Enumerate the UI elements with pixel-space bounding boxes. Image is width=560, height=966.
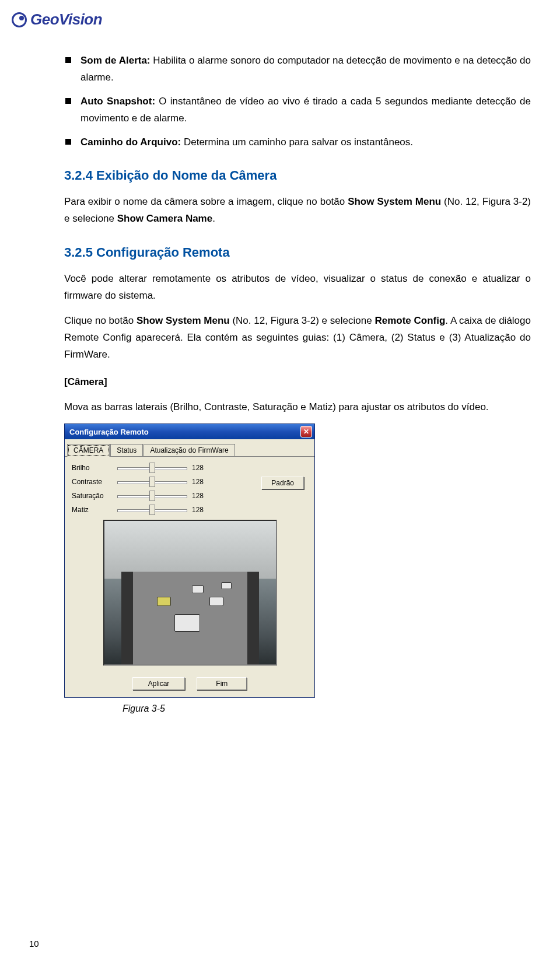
tab-panel-camera: Brilho 128 Contraste 128 Saturação 128 M…	[65, 457, 314, 671]
dialog-title: Configuração Remoto	[69, 428, 149, 436]
section-heading-325: 3.2.5 Configuração Remota	[64, 245, 531, 260]
list-item: Auto Snapshot: O instantâneo de vídeo ao…	[64, 93, 531, 127]
section-heading-324: 3.2.4 Exibição do Nome da Câmera	[64, 168, 531, 183]
list-item: Caminho do Arquivo: Determina um caminho…	[64, 134, 531, 151]
bold-text: Show System Menu	[348, 196, 441, 207]
brand-logo: GeoVision	[12, 10, 102, 29]
slider-value: 128	[192, 506, 208, 514]
bold-text: Remote Config	[374, 315, 445, 326]
slider-thumb[interactable]	[149, 505, 155, 515]
paragraph: Mova as barras laterais (Brilho, Contras…	[64, 399, 531, 416]
slider-value: 128	[192, 464, 208, 472]
slider-label: Matiz	[72, 506, 113, 514]
slider-label: Brilho	[72, 464, 113, 472]
logo-text: GeoVision	[30, 10, 102, 29]
tab-firmware[interactable]: Atualização do FirmWare	[144, 444, 235, 456]
aplicar-button[interactable]: Aplicar	[132, 677, 186, 690]
slider-label: Contraste	[72, 478, 113, 486]
bold-text: Show System Menu	[136, 315, 230, 326]
slider-thumb[interactable]	[149, 477, 155, 487]
logo-mark	[12, 12, 27, 27]
text-run: Para exibir o nome da câmera sobre a ima…	[64, 196, 348, 207]
slider-brilho: Brilho 128	[72, 463, 309, 473]
tab-strip: CÂMERA Status Atualização do FirmWare	[65, 439, 314, 457]
bold-text: Show Camera Name	[117, 213, 212, 224]
slider-value: 128	[192, 478, 208, 486]
bullet-list: Som de Alerta: Habilita o alarme sonoro …	[64, 52, 531, 150]
close-icon[interactable]: ✕	[300, 426, 312, 438]
figure-caption: Figura 3-5	[123, 704, 531, 714]
text-run: Clique no botão	[64, 315, 136, 326]
slider-thumb[interactable]	[149, 491, 155, 501]
slider-value: 128	[192, 492, 208, 500]
slider-track[interactable]	[117, 505, 187, 515]
text-run: .	[212, 213, 215, 224]
bullet-term: Auto Snapshot:	[80, 96, 155, 107]
page-number: 10	[29, 939, 39, 949]
slider-label: Saturação	[72, 492, 113, 500]
slider-saturacao: Saturação 128	[72, 491, 309, 501]
bullet-term: Som de Alerta:	[80, 55, 150, 66]
slider-track[interactable]	[117, 491, 187, 501]
dialog-footer: Aplicar Fim	[65, 671, 314, 697]
paragraph: Para exibir o nome da câmera sobre a ima…	[64, 194, 531, 228]
slider-thumb[interactable]	[149, 463, 155, 473]
text-run: (No. 12, Figura 3-2) e selecione	[230, 315, 375, 326]
tab-camera[interactable]: CÂMERA	[67, 444, 110, 457]
dialog-body: CÂMERA Status Atualização do FirmWare Br…	[65, 439, 314, 697]
padrao-button[interactable]: Padrão	[261, 477, 304, 489]
paragraph: Clique no botão Show System Menu (No. 12…	[64, 313, 531, 363]
slider-track[interactable]	[117, 463, 187, 473]
list-item: Som de Alerta: Habilita o alarme sonoro …	[64, 52, 531, 86]
bullet-text: Determina um caminho para salvar os inst…	[181, 136, 413, 148]
remote-config-dialog: Configuração Remoto ✕ CÂMERA Status Atua…	[64, 424, 315, 698]
camera-subheading: [Câmera]	[64, 374, 531, 391]
fim-button[interactable]: Fim	[197, 677, 247, 690]
slider-track[interactable]	[117, 477, 187, 487]
slider-matiz: Matiz 128	[72, 505, 309, 515]
camera-preview-image	[103, 520, 277, 666]
tab-status[interactable]: Status	[110, 444, 143, 456]
page-content: Som de Alerta: Habilita o alarme sonoro …	[64, 52, 531, 714]
bullet-term: Caminho do Arquivo:	[80, 136, 181, 148]
dialog-titlebar[interactable]: Configuração Remoto ✕	[65, 424, 314, 439]
paragraph: Você pode alterar remotamente os atribut…	[64, 271, 531, 304]
